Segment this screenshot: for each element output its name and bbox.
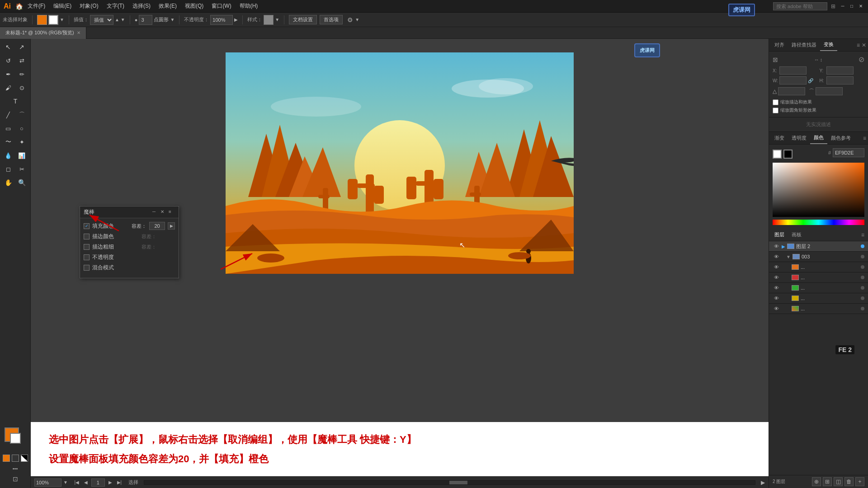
mirror-tool[interactable]: ⇄ xyxy=(15,54,28,67)
tab-close-btn[interactable]: ✕ xyxy=(77,30,80,35)
nav-prev[interactable]: ◀ xyxy=(82,479,90,486)
panel-menu-icon[interactable]: ≡ xyxy=(857,42,860,48)
scale-strokes-checkbox[interactable] xyxy=(773,99,778,105)
color-panel-menu[interactable]: ≡ xyxy=(863,135,866,141)
nav-next[interactable]: ▶ xyxy=(107,479,114,486)
tab-artboard[interactable]: 画板 xyxy=(790,230,803,239)
tab-color[interactable]: 颜色 xyxy=(810,132,827,144)
scissors-tool[interactable]: ✂ xyxy=(15,163,28,175)
layer-item-green[interactable]: 👁 ... xyxy=(769,283,868,293)
menu-edit[interactable]: 编辑(E) xyxy=(50,1,75,11)
layer-yellow-eye[interactable]: 👁 xyxy=(773,295,780,302)
menu-object[interactable]: 对象(O) xyxy=(76,1,102,11)
copy-layer-btn[interactable]: ◫ xyxy=(834,477,843,486)
menu-view[interactable]: 视图(Q) xyxy=(181,1,207,11)
scale-corners-label[interactable]: 缩放圆角矩形效果 xyxy=(773,107,864,113)
tab-layers[interactable]: 图层 xyxy=(773,230,786,239)
panel-close-btn[interactable]: ✕ xyxy=(862,42,866,48)
constrain-icon[interactable]: ⊠ xyxy=(773,56,778,63)
opacity-input[interactable] xyxy=(210,15,233,25)
erase-tool[interactable]: ◻ xyxy=(2,163,14,175)
blend-down-icon[interactable]: ▼ xyxy=(121,17,125,22)
gradient-swatch[interactable] xyxy=(21,455,28,462)
select-tool[interactable]: ↖ xyxy=(2,41,14,53)
eyedrop-tool[interactable]: 💧 xyxy=(2,149,14,162)
shear-input[interactable] xyxy=(816,87,843,95)
layer-003-arrow[interactable]: ▼ xyxy=(786,254,791,259)
line-tool[interactable]: ╱ xyxy=(2,108,14,121)
layers-menu-icon[interactable]: ≡ xyxy=(861,232,864,238)
blob-tool[interactable]: ⊙ xyxy=(15,81,28,94)
menu-file[interactable]: 文件(F) xyxy=(24,1,49,11)
color-fg-swatch[interactable] xyxy=(773,150,782,159)
magic-panel-close[interactable]: ✕ xyxy=(160,209,167,216)
flip-v-icon[interactable]: ↕ xyxy=(820,57,823,62)
layer-item-orange[interactable]: 👁 ... xyxy=(769,262,868,272)
blend-mode-checkbox[interactable] xyxy=(84,265,90,271)
background-color[interactable] xyxy=(10,433,21,444)
layer-item-multi[interactable]: 👁 ... xyxy=(769,304,868,314)
fill-tolerance-increase[interactable]: ▶ xyxy=(168,222,175,230)
angle-input[interactable] xyxy=(778,87,805,95)
hex-input[interactable] xyxy=(833,148,864,157)
prefs-btn[interactable]: 首选项 xyxy=(320,15,343,24)
opacity-arrow[interactable]: ▶ xyxy=(234,17,238,22)
color-bg-swatch[interactable] xyxy=(783,150,793,159)
puppet-tool[interactable]: ✦ xyxy=(15,136,28,148)
hand-tool[interactable]: ✋ xyxy=(2,176,14,189)
zoom-tool[interactable]: 🔍 xyxy=(15,176,28,189)
ellipse-tool[interactable]: ○ xyxy=(15,122,28,135)
scroll-thumb[interactable] xyxy=(449,481,467,484)
layer-item-2[interactable]: 👁 ▶ 图层 2 xyxy=(769,241,868,252)
stroke-color-swatch[interactable] xyxy=(48,15,58,25)
canvas-viewport[interactable]: 魔棒 ─ ✕ ≡ 填充颜色 容差： ▶ xyxy=(31,39,769,422)
make-sub-layer-btn[interactable]: ⊕ xyxy=(812,477,821,486)
rotate-tool[interactable]: ↺ xyxy=(2,54,14,67)
type-tool[interactable]: T xyxy=(2,95,29,108)
magic-panel-menu[interactable]: ≡ xyxy=(169,209,175,216)
page-input[interactable] xyxy=(91,479,105,487)
fill-tolerance-input[interactable] xyxy=(149,222,165,230)
tab-main[interactable]: 未标题-1* @ 100% (RGB/预览) ✕ xyxy=(0,27,86,39)
menu-effect[interactable]: 效果(E) xyxy=(155,1,180,11)
layer-red-eye[interactable]: 👁 xyxy=(773,274,780,281)
layer-2-eye[interactable]: 👁 xyxy=(773,243,780,250)
move-layer-btn[interactable]: ⊞ xyxy=(823,477,832,486)
tab-gradient[interactable]: 渐变 xyxy=(771,132,788,144)
point-count-input[interactable] xyxy=(139,15,152,25)
stroke-arrow[interactable]: ▼ xyxy=(60,17,64,22)
scroll-bar-horizontal[interactable] xyxy=(144,480,755,485)
stroke-weight-checkbox[interactable] xyxy=(84,244,90,250)
pencil-tool[interactable]: ✏ xyxy=(15,68,28,80)
shape-arrow[interactable]: ▼ xyxy=(170,17,175,22)
add-layer-btn[interactable]: + xyxy=(855,477,864,486)
scale-strokes-label[interactable]: 缩放描边和效果 xyxy=(773,99,864,105)
nav-last[interactable]: ▶| xyxy=(116,479,123,486)
color-picker[interactable] xyxy=(773,163,864,217)
delete-layer-btn[interactable]: 🗑 xyxy=(844,477,854,486)
maximize-btn[interactable]: □ xyxy=(848,3,855,10)
scroll-right-btn[interactable]: ▶ xyxy=(761,479,765,486)
magic-panel-minimize[interactable]: ─ xyxy=(152,209,159,216)
layer-item-003[interactable]: 👁 ▼ 003 xyxy=(769,252,868,262)
x-input[interactable] xyxy=(779,66,807,75)
arc-tool[interactable]: ⌒ xyxy=(15,108,28,121)
layer-2-arrow[interactable]: ▶ xyxy=(782,244,785,249)
h-input[interactable] xyxy=(826,76,854,84)
close-btn[interactable]: ✕ xyxy=(857,3,864,10)
layer-003-eye[interactable]: 👁 xyxy=(773,253,780,260)
fill-color-swatch[interactable] xyxy=(37,15,47,25)
brush-tool[interactable]: 🖌 xyxy=(2,81,14,94)
minimize-btn[interactable]: ─ xyxy=(839,3,846,10)
y-input[interactable] xyxy=(826,66,854,75)
fill-color-checkbox[interactable] xyxy=(84,223,90,229)
canvas-content[interactable] xyxy=(226,52,574,274)
zoom-input[interactable] xyxy=(34,479,61,487)
tab-pathfinder[interactable]: 路径查找器 xyxy=(788,39,820,51)
layer-multi-eye[interactable]: 👁 xyxy=(773,305,780,312)
warp-tool[interactable]: 〜 xyxy=(2,136,14,148)
dark-swatch[interactable] xyxy=(12,455,19,462)
blend-up-icon[interactable]: ▲ xyxy=(115,17,119,22)
tab-transform[interactable]: 变换 xyxy=(820,39,837,51)
layer-orange-eye[interactable]: 👁 xyxy=(773,263,780,271)
